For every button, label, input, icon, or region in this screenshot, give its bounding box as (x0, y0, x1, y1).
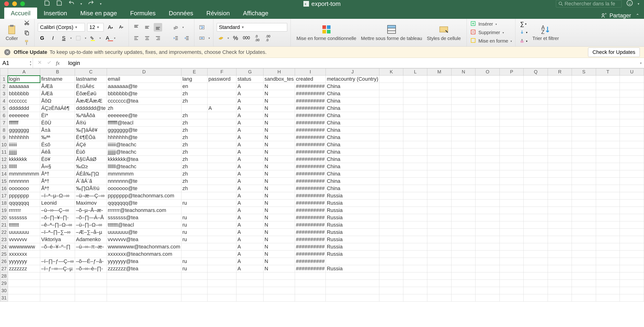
cancel-formula-icon[interactable] (37, 60, 42, 66)
cell[interactable] (476, 141, 500, 148)
cell[interactable] (207, 214, 236, 221)
cell[interactable]: hhhhhhh@te (107, 134, 181, 141)
cell[interactable]: ccccccc (8, 97, 40, 105)
cell[interactable] (181, 250, 207, 258)
cell[interactable] (476, 192, 500, 199)
cell[interactable]: ÁÉå‰∏Ω (75, 170, 107, 178)
cell[interactable] (548, 163, 572, 170)
cell[interactable]: A (236, 236, 264, 243)
cell[interactable] (500, 280, 524, 287)
column-header-C[interactable]: C (75, 69, 107, 76)
cell[interactable] (207, 97, 236, 105)
format-cells-button[interactable]: Mise en forme (478, 38, 508, 44)
cell[interactable] (548, 178, 572, 185)
cell[interactable] (596, 207, 620, 214)
tab-affichage[interactable]: Affichage (236, 7, 275, 19)
cell[interactable] (524, 97, 548, 105)
cell[interactable] (181, 243, 207, 250)
cell[interactable] (207, 287, 236, 294)
cell[interactable] (620, 272, 644, 280)
cell[interactable] (596, 272, 620, 280)
cell[interactable] (524, 90, 548, 97)
fx-icon[interactable]: fx (56, 60, 60, 66)
cell[interactable] (476, 199, 500, 207)
cell[interactable] (476, 112, 500, 119)
name-box[interactable]: A1 ▴▾ (0, 58, 33, 68)
cell[interactable] (500, 97, 524, 105)
cell[interactable] (427, 214, 452, 221)
row-header[interactable]: 9 (0, 134, 8, 141)
cell[interactable] (572, 112, 596, 119)
cell[interactable] (427, 105, 452, 112)
cell[interactable]: A (236, 90, 264, 97)
cell[interactable] (452, 280, 476, 287)
cell[interactable] (207, 148, 236, 156)
cell[interactable]: fffffff (8, 119, 40, 127)
cell[interactable]: ËõæËøû (75, 90, 107, 97)
conditional-formatting-button[interactable]: Mise en forme conditionnelle (294, 20, 359, 45)
cell[interactable]: A (236, 105, 264, 112)
cell[interactable]: ÅæÆÅæÆ (75, 97, 107, 105)
percent-button[interactable]: % (231, 34, 240, 42)
cell[interactable]: ########## (295, 156, 326, 163)
cell[interactable] (207, 280, 236, 287)
expand-formula-bar[interactable]: ▾ (638, 61, 644, 65)
cell[interactable] (295, 280, 326, 287)
cell[interactable] (427, 76, 452, 83)
cell[interactable] (572, 280, 596, 287)
decrease-decimal-button[interactable]: .00.0 (264, 34, 272, 42)
cell[interactable]: ########## (295, 229, 326, 236)
cell[interactable] (572, 134, 596, 141)
cell[interactable]: –ù–∏–Ω–∞ (75, 221, 107, 229)
cell[interactable] (427, 148, 452, 156)
cell[interactable]: Åª† (40, 170, 75, 178)
cell[interactable] (207, 229, 236, 236)
cell[interactable] (524, 119, 548, 127)
cell[interactable] (548, 287, 572, 294)
autosum-button[interactable]: ∑▾ (519, 20, 528, 28)
cell[interactable]: A (236, 199, 264, 207)
cell[interactable] (207, 272, 236, 280)
row-header[interactable]: 24 (0, 243, 8, 250)
cell[interactable]: ‰∏ΩÅ®ú (75, 185, 107, 192)
cell[interactable]: lllllll@teachc (107, 163, 181, 170)
cell[interactable]: –ù–∞—Ç–∞ (40, 207, 75, 214)
cell[interactable]: zh (181, 119, 207, 127)
cell[interactable] (403, 221, 427, 229)
cell[interactable] (379, 287, 403, 294)
cell[interactable] (427, 141, 452, 148)
cell[interactable] (379, 178, 403, 185)
cell[interactable] (548, 243, 572, 250)
cell[interactable]: zzzzzzz (8, 265, 40, 272)
cell[interactable] (476, 243, 500, 250)
cell[interactable] (107, 272, 181, 280)
cell[interactable]: status (236, 76, 264, 83)
cell[interactable] (8, 294, 40, 301)
cell[interactable] (548, 134, 572, 141)
cell[interactable] (264, 272, 295, 280)
cell[interactable]: A (236, 221, 264, 229)
cell[interactable] (500, 258, 524, 265)
cell[interactable] (207, 294, 236, 301)
cell[interactable] (427, 207, 452, 214)
cell[interactable] (379, 229, 403, 236)
row-header[interactable]: 26 (0, 258, 8, 265)
cell[interactable] (620, 119, 644, 127)
orientation-button[interactable]: ab (172, 23, 180, 32)
cell[interactable] (548, 148, 572, 156)
cell[interactable] (181, 207, 207, 214)
row-header[interactable]: 10 (0, 141, 8, 148)
cell[interactable] (452, 97, 476, 105)
cell[interactable]: ########## (295, 90, 326, 97)
cell[interactable] (452, 265, 476, 272)
cell[interactable] (452, 105, 476, 112)
cell[interactable]: N (264, 236, 295, 243)
cell[interactable] (620, 192, 644, 199)
cell[interactable] (452, 185, 476, 192)
increase-indent-button[interactable] (182, 34, 191, 42)
cell[interactable] (572, 105, 596, 112)
cell[interactable]: A (207, 105, 236, 112)
cell[interactable] (524, 214, 548, 221)
align-center-button[interactable] (143, 34, 151, 42)
cell[interactable] (452, 134, 476, 141)
